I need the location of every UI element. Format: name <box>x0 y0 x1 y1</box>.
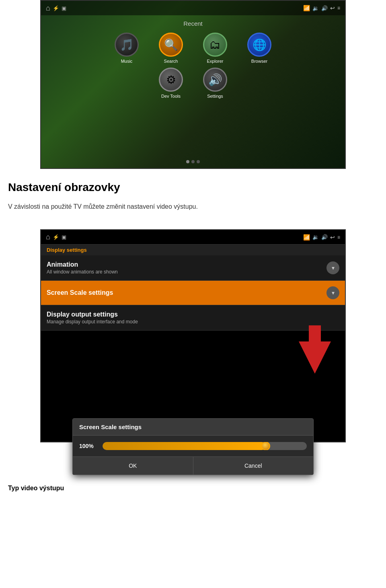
dot-1 <box>186 160 189 163</box>
screen-scale-text-block: Screen Scale settings <box>47 289 113 296</box>
home-icon: ⌂ <box>46 4 50 12</box>
red-down-arrow-icon <box>299 325 331 379</box>
chevron-down-icon-2: ▾ <box>332 290 335 296</box>
statusbar-left-icons: ⌂ ⚡ ▣ <box>46 4 66 12</box>
description-paragraph: V závislosti na použité TV můžete změnit… <box>8 202 378 212</box>
volume-down-icon: 🔉 <box>312 5 319 11</box>
bottom-label-text: Typ video výstupu <box>8 485 64 491</box>
settings-item-screen-scale[interactable]: Screen Scale settings ▾ <box>41 281 345 305</box>
slider-track[interactable] <box>103 442 307 450</box>
ok-button[interactable]: OK <box>73 457 193 475</box>
animation-text-block: Animation All window animations are show… <box>47 261 118 275</box>
music-app-icon: 🎵 <box>115 33 139 57</box>
settings-label: Settings <box>207 94 223 99</box>
dot-2 <box>191 160 195 163</box>
app-item-settings[interactable]: 🔊 Settings <box>199 68 231 99</box>
svg-marker-0 <box>299 325 331 374</box>
home-icon-2: ⌂ <box>46 233 50 241</box>
browser-label: Browser <box>251 59 267 64</box>
search-app-icon: 🔍 <box>159 33 183 57</box>
slider-thumb[interactable] <box>261 442 270 450</box>
screen-scale-dialog: Screen Scale settings 100% OK Cancel <box>72 418 314 475</box>
volume-up-icon: 🔊 <box>321 5 328 11</box>
screen-scale-dropdown-btn[interactable]: ▾ <box>326 286 339 299</box>
slider-fill <box>103 442 266 450</box>
usb-icon: ⚡ <box>53 5 59 11</box>
menu-icon-2: ≡ <box>337 234 340 240</box>
statusbar-right-icons: 📶 🔉 🔊 ↩ ≡ <box>303 5 340 11</box>
screen-scale-title: Screen Scale settings <box>47 289 113 296</box>
slider-percentage-label: 100% <box>79 443 97 449</box>
music-label: Music <box>121 59 133 64</box>
animation-title: Animation <box>47 261 118 268</box>
screenshot-recent-apps: ⌂ ⚡ ▣ 📶 🔉 🔊 ↩ ≡ Recent 🎵 Music 🔍 Search … <box>40 0 346 169</box>
app-item-browser[interactable]: 🌐 Browser <box>243 33 275 64</box>
statusbar2-left-icons: ⌂ ⚡ ▣ <box>46 233 66 241</box>
volume-up-icon-2: 🔊 <box>321 234 328 240</box>
explorer-label: Explorer <box>207 59 224 64</box>
page-dots-indicator <box>186 160 200 163</box>
storage-icon: ▣ <box>62 5 66 11</box>
browser-app-icon: 🌐 <box>247 33 271 57</box>
display-settings-label: Display settings <box>47 247 87 253</box>
display-output-subtitle: Manage display output interface and mode <box>47 319 138 325</box>
back-icon-2: ↩ <box>330 234 335 241</box>
menu-icon: ≡ <box>337 5 340 11</box>
search-label: Search <box>164 59 178 64</box>
settings-app-icon: 🔊 <box>203 68 227 92</box>
dialog-buttons: OK Cancel <box>73 456 313 475</box>
dialog-title-bar: Screen Scale settings <box>73 419 313 436</box>
app-item-music[interactable]: 🎵 Music <box>111 33 143 64</box>
recent-label: Recent <box>41 20 345 27</box>
devtools-label: Dev Tools <box>161 94 181 99</box>
animation-dropdown-btn[interactable]: ▾ <box>326 261 339 274</box>
usb-icon-2: ⚡ <box>53 234 59 240</box>
screenshot-display-settings: ⌂ ⚡ ▣ 📶 🔉 🔊 ↩ ≡ Display settings Animati… <box>40 229 346 442</box>
storage-icon-2: ▣ <box>62 234 66 240</box>
volume-down-icon-2: 🔉 <box>312 234 319 240</box>
settings-list: Animation All window animations are show… <box>41 255 345 331</box>
app-grid: 🎵 Music 🔍 Search 🗂 Explorer 🌐 Browser ⚙ … <box>41 33 345 99</box>
wifi-icon-2: 📶 <box>303 234 310 241</box>
app-row-bottom: ⚙ Dev Tools 🔊 Settings <box>155 68 231 99</box>
app-item-devtools[interactable]: ⚙ Dev Tools <box>155 68 187 99</box>
bottom-label: Typ video výstupu <box>0 475 386 500</box>
page-heading: Nastavení obrazovky <box>8 181 378 194</box>
app-item-explorer[interactable]: 🗂 Explorer <box>199 33 231 64</box>
status-bar-1: ⌂ ⚡ ▣ 📶 🔉 🔊 ↩ ≡ <box>41 1 345 15</box>
animation-subtitle: All window animations are shown <box>47 269 118 275</box>
settings-item-display-output[interactable]: Display output settings Manage display o… <box>41 305 345 331</box>
display-output-title: Display output settings <box>47 311 138 318</box>
dialog-slider-row: 100% <box>73 436 313 456</box>
display-settings-section-bar: Display settings <box>41 245 345 255</box>
screen-scale-dialog-container: Screen Scale settings 100% OK Cancel <box>72 418 314 475</box>
chevron-down-icon: ▾ <box>332 265 335 271</box>
display-output-text-block: Display output settings Manage display o… <box>47 311 138 325</box>
settings-item-animation[interactable]: Animation All window animations are show… <box>41 255 345 281</box>
devtools-app-icon: ⚙ <box>159 68 183 92</box>
dot-3 <box>197 160 200 163</box>
app-row-top: 🎵 Music 🔍 Search 🗂 Explorer 🌐 Browser <box>111 33 275 64</box>
status-bar-2: ⌂ ⚡ ▣ 📶 🔉 🔊 ↩ ≡ <box>41 230 345 245</box>
cancel-button[interactable]: Cancel <box>193 457 314 475</box>
app-item-search[interactable]: 🔍 Search <box>155 33 187 64</box>
explorer-app-icon: 🗂 <box>203 33 227 57</box>
dialog-title: Screen Scale settings <box>79 424 142 430</box>
text-section: Nastavení obrazovky V závislosti na použ… <box>0 169 386 229</box>
statusbar2-right-icons: 📶 🔉 🔊 ↩ ≡ <box>303 234 340 241</box>
wifi-icon: 📶 <box>303 5 310 11</box>
back-icon: ↩ <box>330 5 335 11</box>
